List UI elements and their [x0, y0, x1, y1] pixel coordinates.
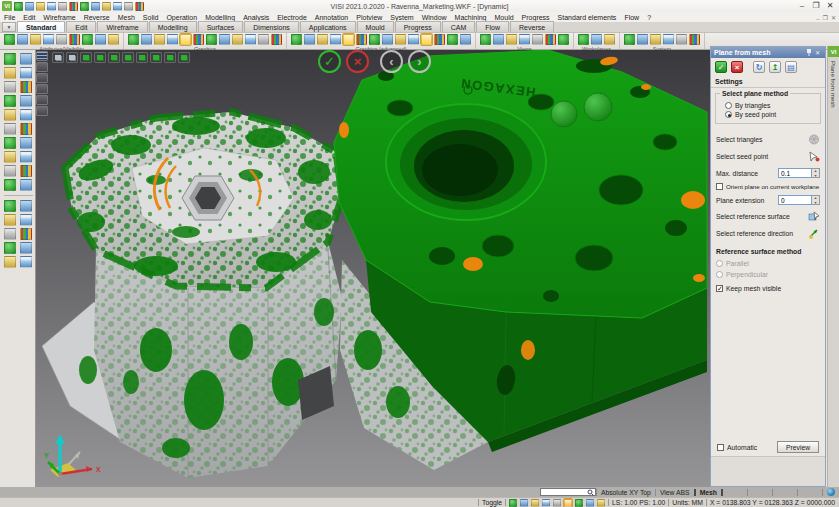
- toolbar-icon[interactable]: [4, 123, 16, 135]
- plane-extension-input[interactable]: [778, 195, 812, 205]
- snap-icon[interactable]: [586, 499, 594, 507]
- quick-access-icon[interactable]: [102, 2, 111, 11]
- ribbon-icon[interactable]: [480, 34, 491, 45]
- menu-reverse[interactable]: Reverse: [80, 14, 114, 21]
- ribbon-icon[interactable]: [637, 34, 648, 45]
- tab-mould[interactable]: Mould: [357, 21, 394, 32]
- ribbon-icon[interactable]: [141, 34, 152, 45]
- select-reference-direction-icon[interactable]: [808, 228, 820, 239]
- ribbon-icon[interactable]: [56, 34, 67, 45]
- menu-window[interactable]: Window: [418, 14, 451, 21]
- ribbon-icon[interactable]: [408, 34, 419, 45]
- view-orientation-icon[interactable]: [52, 52, 64, 63]
- ribbon-icon[interactable]: [689, 34, 700, 45]
- panel-cancel-icon[interactable]: ×: [731, 61, 743, 73]
- quick-access-icon[interactable]: [36, 2, 45, 11]
- automatic-checkbox[interactable]: [717, 444, 724, 451]
- tab-standard[interactable]: Standard: [17, 21, 65, 32]
- ribbon-icon[interactable]: [82, 34, 93, 45]
- menu-modelling[interactable]: Modelling: [201, 14, 239, 21]
- next-button[interactable]: ›: [408, 50, 431, 73]
- ribbon-icon[interactable]: [382, 34, 393, 45]
- view-orientation-icon[interactable]: [66, 52, 78, 63]
- mdi-restore-button[interactable]: ❐: [823, 14, 828, 21]
- viewport-3d[interactable]: HEXAGON Y X ✓ × ‹ ›: [36, 50, 710, 487]
- view-orientation-icon[interactable]: [94, 52, 106, 63]
- ribbon-icon[interactable]: [506, 34, 517, 45]
- quick-access-icon[interactable]: [113, 2, 122, 11]
- viewport-strip-icon[interactable]: [36, 106, 48, 116]
- ribbon-icon[interactable]: [291, 34, 302, 45]
- view-orientation-icon[interactable]: [80, 52, 92, 63]
- ribbon-icon[interactable]: [578, 34, 589, 45]
- viewport-strip-icon[interactable]: [36, 62, 48, 72]
- tab-cam[interactable]: CAM: [442, 21, 476, 32]
- tab-surfaces[interactable]: Surfaces: [198, 21, 244, 32]
- view-orientation-indicator[interactable]: Absolute XY Top: [597, 489, 655, 496]
- ribbon-icon[interactable]: [591, 34, 602, 45]
- panel-ok-icon[interactable]: ✓: [715, 61, 727, 73]
- preview-button[interactable]: Preview: [777, 441, 819, 453]
- mdi-close-button[interactable]: ✕: [831, 14, 836, 21]
- ribbon-icon[interactable]: [676, 34, 687, 45]
- ribbon-icon[interactable]: [369, 34, 380, 45]
- tab-dropdown-button[interactable]: ▼: [2, 22, 16, 32]
- ribbon-icon[interactable]: [219, 34, 230, 45]
- ribbon-icon[interactable]: [271, 34, 282, 45]
- tab-applications[interactable]: Applications: [300, 21, 356, 32]
- tab-progress[interactable]: Progress: [395, 21, 441, 32]
- maximize-button[interactable]: ❐: [809, 0, 823, 12]
- ribbon-icon[interactable]: [245, 34, 256, 45]
- checkbox-icon[interactable]: [716, 285, 723, 292]
- menu-analysis[interactable]: Analysis: [239, 14, 273, 21]
- ribbon-icon[interactable]: [154, 34, 165, 45]
- radio-by-seed-point[interactable]: By seed point: [725, 111, 811, 118]
- panel-export-icon[interactable]: ↥: [769, 61, 781, 73]
- toolbar-icon[interactable]: [20, 81, 32, 93]
- select-reference-surface-icon[interactable]: [808, 211, 820, 222]
- view-orientation-icon[interactable]: [122, 52, 134, 63]
- ribbon-icon[interactable]: [317, 34, 328, 45]
- tab-reverse[interactable]: Reverse: [510, 21, 554, 32]
- toolbar-icon[interactable]: [20, 123, 32, 135]
- ribbon-icon[interactable]: [663, 34, 674, 45]
- ribbon-icon[interactable]: [493, 34, 504, 45]
- panel-refresh-icon[interactable]: ↻: [753, 61, 765, 73]
- toolbar-icon[interactable]: [4, 53, 16, 65]
- toolbar-icon[interactable]: [4, 95, 16, 107]
- toolbar-icon[interactable]: [20, 200, 32, 212]
- plane-from-mesh-side-tab[interactable]: Plane from mesh: [830, 61, 837, 108]
- toolbar-icon[interactable]: [20, 151, 32, 163]
- spinner-control[interactable]: ▲▼: [812, 195, 820, 205]
- ribbon-icon[interactable]: [193, 34, 204, 45]
- toolbar-icon[interactable]: [20, 242, 32, 254]
- ribbon-icon[interactable]: [180, 34, 191, 45]
- toolbar-icon[interactable]: [20, 179, 32, 191]
- toolbar-icon[interactable]: [4, 228, 16, 240]
- snap-icon[interactable]: [542, 499, 550, 507]
- view-orientation-icon[interactable]: [164, 52, 176, 63]
- pin-icon[interactable]: [804, 49, 813, 57]
- snap-icon[interactable]: [575, 499, 583, 507]
- view-orientation-icon[interactable]: [136, 52, 148, 63]
- select-triangles-icon[interactable]: [808, 134, 820, 145]
- toolbar-icon[interactable]: [20, 67, 32, 79]
- quick-access-icon[interactable]: [58, 2, 67, 11]
- ribbon-icon[interactable]: [356, 34, 367, 45]
- ribbon-icon[interactable]: [17, 34, 28, 45]
- menu-system[interactable]: System: [386, 14, 417, 21]
- quick-access-icon[interactable]: [25, 2, 34, 11]
- radio-icon[interactable]: [725, 111, 732, 118]
- view-orientation-icon[interactable]: [178, 52, 190, 63]
- quick-access-icon[interactable]: [91, 2, 100, 11]
- quick-access-icon[interactable]: [69, 2, 78, 11]
- ribbon-icon[interactable]: [604, 34, 615, 45]
- toolbar-icon[interactable]: [20, 95, 32, 107]
- menu-electrode[interactable]: Electrode: [273, 14, 311, 21]
- close-button[interactable]: ✕: [823, 0, 837, 12]
- ribbon-icon[interactable]: [545, 34, 556, 45]
- toolbar-icon[interactable]: [20, 137, 32, 149]
- quick-access-icon[interactable]: [80, 2, 89, 11]
- mesh-mode-indicator[interactable]: Mesh: [696, 489, 721, 496]
- tab-modelling[interactable]: Modelling: [149, 21, 197, 32]
